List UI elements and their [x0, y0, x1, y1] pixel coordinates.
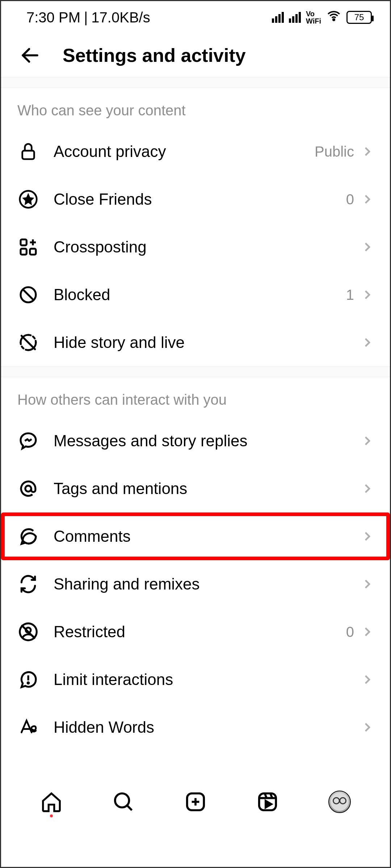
notification-dot-icon — [50, 814, 53, 817]
chevron-right-icon — [361, 673, 374, 686]
nav-home[interactable] — [39, 789, 64, 814]
chevron-right-icon — [361, 288, 374, 301]
row-account-privacy[interactable]: Account privacy Public — [1, 128, 390, 175]
svg-line-21 — [127, 805, 132, 810]
status-right: Vo WiFi 75 — [272, 8, 372, 27]
row-label: Limit interactions — [54, 671, 361, 689]
signal-icon-2 — [289, 12, 301, 23]
svg-rect-7 — [30, 249, 36, 255]
at-icon — [17, 478, 39, 499]
content: Who can see your content Account privacy… — [1, 88, 390, 775]
status-speed: 17.0KB/s — [91, 9, 150, 26]
chevron-right-icon — [361, 193, 374, 206]
blocked-icon — [17, 284, 39, 306]
hidden-words-icon — [17, 716, 39, 738]
chevron-right-icon — [361, 578, 374, 591]
section-header-privacy: Who can see your content — [1, 88, 390, 128]
row-label: Close Friends — [54, 190, 346, 208]
vowifi-icon: Vo WiFi — [306, 10, 321, 25]
row-value: Public — [315, 144, 354, 160]
device-frame: 7:30 PM | 17.0KB/s Vo WiFi 75 Settings a… — [0, 0, 391, 868]
row-label: Tags and mentions — [54, 480, 361, 498]
chevron-right-icon — [361, 625, 374, 638]
row-label: Comments — [54, 527, 361, 545]
svg-line-11 — [23, 289, 34, 300]
row-label: Crossposting — [54, 238, 361, 256]
divider — [1, 366, 390, 377]
row-hide-story[interactable]: Hide story and live — [1, 319, 390, 366]
wifi-icon — [326, 8, 341, 27]
limit-icon — [17, 669, 39, 690]
row-hidden-words[interactable]: Hidden Words — [1, 703, 390, 751]
messenger-icon — [17, 430, 39, 452]
row-value: 0 — [346, 191, 354, 208]
row-restricted[interactable]: Restricted 0 — [1, 608, 390, 656]
nav-profile[interactable] — [327, 789, 352, 814]
avatar-icon — [328, 791, 351, 813]
row-label: Restricted — [54, 623, 346, 641]
row-value: 1 — [346, 287, 354, 303]
nav-reels[interactable] — [255, 789, 280, 814]
crosspost-icon — [17, 236, 39, 258]
row-comments[interactable]: Comments — [1, 512, 390, 560]
back-button[interactable] — [16, 41, 45, 70]
page-header: Settings and activity — [1, 34, 390, 77]
row-tags-mentions[interactable]: Tags and mentions — [1, 465, 390, 512]
signal-icon-1 — [272, 12, 284, 23]
nav-create[interactable] — [183, 789, 208, 814]
star-circle-icon — [17, 188, 39, 210]
svg-point-18 — [28, 682, 29, 684]
status-bar: 7:30 PM | 17.0KB/s Vo WiFi 75 — [1, 1, 390, 34]
row-label: Messages and story replies — [54, 432, 361, 450]
svg-point-0 — [333, 19, 335, 20]
chevron-right-icon — [361, 482, 374, 495]
comment-icon — [17, 526, 39, 547]
row-label: Blocked — [54, 286, 346, 304]
row-messages[interactable]: Messages and story replies — [1, 417, 390, 465]
svg-marker-4 — [24, 195, 32, 203]
svg-point-20 — [115, 793, 129, 808]
hide-story-icon — [17, 332, 39, 353]
row-close-friends[interactable]: Close Friends 0 — [1, 175, 390, 223]
chevron-right-icon — [361, 530, 374, 543]
chevron-right-icon — [361, 145, 374, 158]
battery-icon: 75 — [346, 11, 372, 24]
chevron-right-icon — [361, 721, 374, 734]
section-header-interact: How others can interact with you — [1, 377, 390, 417]
divider — [1, 77, 390, 88]
chevron-right-icon — [361, 241, 374, 254]
row-label: Account privacy — [54, 142, 315, 161]
bottom-nav — [1, 780, 390, 824]
svg-rect-2 — [22, 151, 34, 159]
row-label: Sharing and remixes — [54, 575, 361, 593]
lock-icon — [17, 141, 39, 162]
restricted-icon — [17, 621, 39, 643]
chevron-right-icon — [361, 336, 374, 349]
svg-marker-29 — [266, 801, 272, 807]
sharing-icon — [17, 573, 39, 595]
chevron-right-icon — [361, 434, 374, 447]
page-title: Settings and activity — [63, 44, 246, 66]
row-crossposting[interactable]: Crossposting — [1, 223, 390, 271]
row-value: 0 — [346, 624, 354, 640]
nav-search[interactable] — [111, 789, 136, 814]
status-time: 7:30 PM — [26, 9, 80, 26]
row-blocked[interactable]: Blocked 1 — [1, 271, 390, 319]
row-limit-interactions[interactable]: Limit interactions — [1, 656, 390, 703]
status-left: 7:30 PM | 17.0KB/s — [26, 9, 150, 26]
row-label: Hide story and live — [54, 333, 361, 352]
row-label: Hidden Words — [54, 718, 361, 736]
svg-rect-6 — [21, 249, 26, 255]
svg-rect-5 — [21, 239, 26, 245]
row-sharing-remixes[interactable]: Sharing and remixes — [1, 560, 390, 608]
